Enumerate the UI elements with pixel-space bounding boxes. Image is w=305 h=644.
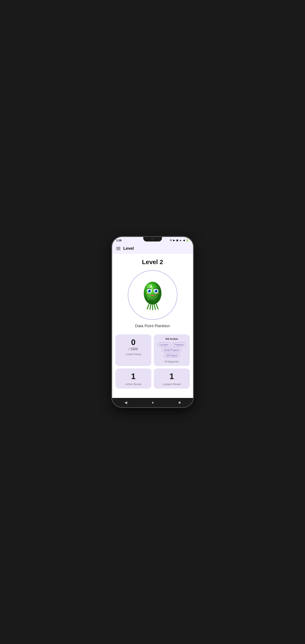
svg-point-18 xyxy=(154,290,156,291)
back-button[interactable] xyxy=(120,398,131,406)
credit-label: Credit Points xyxy=(126,353,141,356)
level-heading: Level 2 xyxy=(112,254,193,268)
active-streak-value: 1 xyxy=(131,372,135,381)
active-streak-card: 1 Active Streak xyxy=(115,368,151,388)
svg-point-20 xyxy=(156,292,159,294)
credit-points-card: 0 / 2900 Credit Points xyxy=(115,334,151,366)
creature-name: Data Point Plankton xyxy=(135,324,170,328)
active-streak-label: Active Streak xyxy=(125,382,141,386)
phone-frame: 1:26 ⚙ ▶ ▣ ▲ ◀ 🔋 Level Level 2 xyxy=(112,237,193,407)
creature-image xyxy=(136,278,169,312)
bottom-nav xyxy=(112,398,193,407)
tag-location: Location xyxy=(158,342,171,347)
camera xyxy=(152,238,154,240)
home-button[interactable] xyxy=(148,399,158,406)
wifi-icon: ▲ xyxy=(179,239,182,242)
categories-header: 0/4 Active xyxy=(165,337,178,340)
app-content: Level Level 2 xyxy=(112,244,193,398)
recents-button[interactable] xyxy=(174,399,185,406)
menu-button[interactable] xyxy=(116,247,120,250)
cast-icon: ▣ xyxy=(176,239,178,242)
tag-polygons: Polygons xyxy=(172,342,186,347)
status-time: 1:26 xyxy=(116,239,122,242)
categories-card: 0/4 Active Location Polygons Study Progr… xyxy=(154,334,190,366)
tag-wifi: Wifi Signal xyxy=(164,353,179,358)
stats-grid: 0 / 2900 Credit Points 0/4 Active Locati… xyxy=(112,332,193,392)
top-bar: Level xyxy=(112,244,193,254)
credit-value: 0 xyxy=(131,338,135,347)
page-title: Level xyxy=(123,246,134,251)
hamburger-line3 xyxy=(116,250,120,250)
category-tags: Location Polygons Study Program Wifi Sig… xyxy=(157,342,187,358)
battery-icon: 🔋 xyxy=(186,239,189,242)
play-icon: ▶ xyxy=(173,239,175,242)
longest-streak-label: Longest Streak xyxy=(163,382,181,386)
longest-streak-card: 1 Longest Streak xyxy=(154,368,190,388)
main-scroll: Level 2 xyxy=(112,254,193,398)
svg-point-19 xyxy=(146,292,149,294)
credit-total: / 2900 xyxy=(129,347,138,351)
settings-icon: ⚙ xyxy=(170,239,172,242)
creature-section: Data Point Plankton xyxy=(112,268,193,332)
tag-study: Study Program xyxy=(162,348,181,352)
categories-label: #Categories xyxy=(164,360,179,363)
notch xyxy=(143,237,162,242)
creature-circle xyxy=(128,270,177,320)
hamburger-line2 xyxy=(116,248,120,249)
status-icons: ⚙ ▶ ▣ ▲ ◀ 🔋 xyxy=(170,239,189,242)
hamburger-line1 xyxy=(116,247,120,248)
signal-icon: ◀ xyxy=(183,239,185,242)
longest-streak-value: 1 xyxy=(169,372,174,381)
svg-point-14 xyxy=(148,290,149,291)
